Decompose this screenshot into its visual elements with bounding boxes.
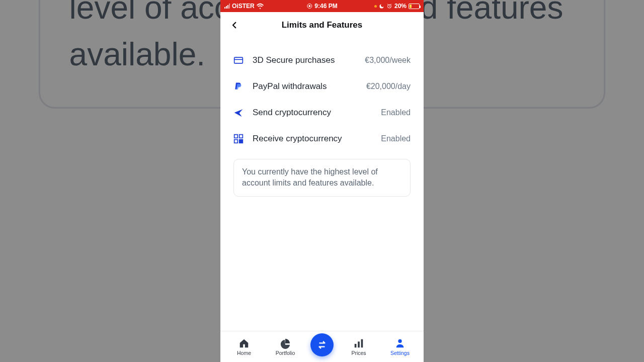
svg-rect-12: [239, 135, 243, 138]
page-title: Limits and Features: [282, 20, 363, 30]
person-icon: [394, 338, 406, 349]
fab-trade-button[interactable]: [310, 333, 334, 356]
svg-point-21: [398, 339, 401, 342]
row-value: Enabled: [381, 134, 411, 143]
bars-icon: [353, 338, 364, 349]
limit-row-3d-secure[interactable]: 3D Secure purchases €3,000/week: [220, 47, 424, 73]
tab-label: Prices: [351, 350, 366, 356]
qr-icon: [233, 134, 244, 144]
svg-rect-16: [239, 142, 241, 143]
info-note: You currently have the highest level of …: [233, 159, 411, 197]
alarm-icon: [386, 3, 392, 9]
paypal-icon: [233, 81, 244, 92]
svg-rect-13: [234, 140, 238, 143]
home-icon: [238, 338, 250, 349]
row-label: PayPal withdrawals: [253, 81, 357, 92]
row-value: €20,000/day: [366, 82, 411, 91]
svg-rect-14: [239, 140, 241, 141]
row-label: 3D Secure purchases: [253, 55, 356, 65]
status-center: 9:46 PM: [306, 3, 337, 10]
svg-rect-9: [234, 57, 243, 63]
phone-frame: OiSTER 9:46 PM 20% Limits and Features: [220, 0, 424, 362]
tab-settings[interactable]: Settings: [384, 338, 416, 356]
status-left: OiSTER: [224, 3, 264, 10]
limit-row-receive-crypto[interactable]: Receive cryptocurrency Enabled: [220, 126, 424, 152]
pie-icon: [280, 338, 291, 349]
limits-list: 3D Secure purchases €3,000/week PayPal w…: [220, 38, 424, 152]
battery-pct-label: 20%: [394, 3, 407, 10]
svg-rect-18: [355, 343, 357, 347]
record-icon: [306, 3, 312, 9]
status-bar: OiSTER 9:46 PM 20%: [220, 0, 424, 12]
chevron-left-icon: [230, 21, 239, 30]
battery-icon: [409, 4, 420, 9]
svg-rect-11: [234, 135, 238, 138]
tab-home[interactable]: Home: [228, 338, 260, 356]
card-icon: [233, 55, 244, 65]
indicator-dot-orange: [374, 5, 377, 8]
tab-bar: Home Portfolio Prices Se: [220, 331, 424, 362]
svg-rect-20: [361, 339, 363, 347]
tab-label: Home: [237, 350, 251, 356]
row-label: Send cryptocurrency: [253, 108, 372, 118]
row-value: Enabled: [381, 108, 411, 117]
send-icon: [233, 108, 244, 118]
signal-icon: [224, 4, 230, 9]
clock-label: 9:46 PM: [314, 3, 337, 10]
svg-point-7: [309, 6, 310, 7]
tab-portfolio[interactable]: Portfolio: [269, 338, 301, 356]
tab-label: Settings: [390, 350, 410, 356]
tab-prices[interactable]: Prices: [343, 338, 375, 356]
moon-icon: [379, 4, 384, 9]
carrier-label: OiSTER: [232, 3, 255, 10]
page-header: Limits and Features: [220, 12, 424, 38]
row-value: €3,000/week: [365, 56, 411, 65]
limit-row-send-crypto[interactable]: Send cryptocurrency Enabled: [220, 100, 424, 126]
back-button[interactable]: [227, 18, 242, 32]
status-right: 20%: [374, 3, 420, 10]
swap-icon: [316, 339, 328, 350]
limit-row-paypal[interactable]: PayPal withdrawals €20,000/day: [220, 73, 424, 100]
wifi-icon: [257, 3, 264, 9]
svg-rect-19: [358, 341, 360, 347]
svg-rect-15: [242, 140, 243, 141]
svg-rect-17: [242, 142, 243, 143]
tab-label: Portfolio: [276, 350, 295, 356]
row-label: Receive cryptocurrency: [253, 134, 372, 144]
